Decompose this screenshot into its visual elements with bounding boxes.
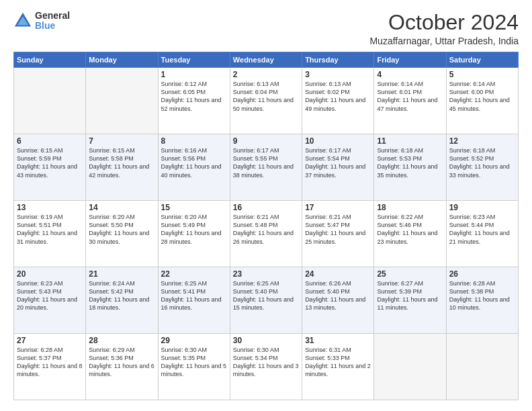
day-number: 31 — [305, 336, 371, 345]
cell-info: Sunrise: 6:13 AM Sunset: 6:02 PM Dayligh… — [305, 80, 371, 113]
cell-info: Sunrise: 6:19 AM Sunset: 5:51 PM Dayligh… — [17, 213, 83, 246]
table-row: 19Sunrise: 6:23 AM Sunset: 5:44 PM Dayli… — [446, 201, 518, 267]
table-row: 1Sunrise: 6:12 AM Sunset: 6:05 PM Daylig… — [158, 68, 230, 134]
calendar-week-row: 20Sunrise: 6:23 AM Sunset: 5:43 PM Dayli… — [14, 267, 519, 334]
table-row: 31Sunrise: 6:31 AM Sunset: 5:33 PM Dayli… — [302, 334, 374, 400]
day-number: 27 — [17, 336, 83, 345]
day-number: 8 — [161, 136, 227, 146]
header-tuesday: Tuesday — [158, 52, 230, 68]
cell-info: Sunrise: 6:18 AM Sunset: 5:52 PM Dayligh… — [449, 146, 515, 179]
calendar-table: Sunday Monday Tuesday Wednesday Thursday… — [13, 52, 519, 400]
calendar-week-row: 27Sunrise: 6:28 AM Sunset: 5:37 PM Dayli… — [14, 334, 519, 400]
day-number: 4 — [377, 70, 443, 79]
cell-info: Sunrise: 6:30 AM Sunset: 5:34 PM Dayligh… — [233, 346, 299, 379]
day-number: 13 — [17, 203, 83, 212]
cell-info: Sunrise: 6:15 AM Sunset: 5:59 PM Dayligh… — [17, 146, 83, 179]
cell-info: Sunrise: 6:14 AM Sunset: 6:01 PM Dayligh… — [377, 80, 443, 113]
table-row: 27Sunrise: 6:28 AM Sunset: 5:37 PM Dayli… — [14, 334, 86, 400]
cell-info: Sunrise: 6:18 AM Sunset: 5:53 PM Dayligh… — [377, 146, 443, 179]
header-friday: Friday — [374, 52, 446, 68]
cell-info: Sunrise: 6:22 AM Sunset: 5:46 PM Dayligh… — [377, 213, 443, 246]
logo-blue: Blue — [35, 21, 70, 31]
location: Muzaffarnagar, Uttar Pradesh, India — [369, 36, 519, 46]
table-row: 5Sunrise: 6:14 AM Sunset: 6:00 PM Daylig… — [446, 68, 518, 134]
table-row: 30Sunrise: 6:30 AM Sunset: 5:34 PM Dayli… — [230, 334, 302, 400]
table-row: 25Sunrise: 6:27 AM Sunset: 5:39 PM Dayli… — [374, 267, 446, 334]
cell-info: Sunrise: 6:30 AM Sunset: 5:35 PM Dayligh… — [161, 346, 227, 379]
table-row: 28Sunrise: 6:29 AM Sunset: 5:36 PM Dayli… — [86, 334, 158, 400]
calendar-week-row: 1Sunrise: 6:12 AM Sunset: 6:05 PM Daylig… — [14, 68, 519, 134]
logo-text: General Blue — [35, 11, 70, 32]
cell-info: Sunrise: 6:28 AM Sunset: 5:37 PM Dayligh… — [17, 346, 83, 379]
table-row: 18Sunrise: 6:22 AM Sunset: 5:46 PM Dayli… — [374, 201, 446, 267]
cell-info: Sunrise: 6:16 AM Sunset: 5:56 PM Dayligh… — [161, 146, 227, 179]
day-number: 12 — [449, 136, 515, 146]
header-monday: Monday — [86, 52, 158, 68]
cell-info: Sunrise: 6:23 AM Sunset: 5:43 PM Dayligh… — [17, 279, 83, 312]
table-row: 20Sunrise: 6:23 AM Sunset: 5:43 PM Dayli… — [14, 267, 86, 334]
table-row: 23Sunrise: 6:25 AM Sunset: 5:40 PM Dayli… — [230, 267, 302, 334]
cell-info: Sunrise: 6:17 AM Sunset: 5:55 PM Dayligh… — [233, 146, 299, 179]
table-row: 17Sunrise: 6:21 AM Sunset: 5:47 PM Dayli… — [302, 201, 374, 267]
day-number: 1 — [161, 70, 227, 79]
day-number: 29 — [161, 336, 227, 345]
day-number: 3 — [305, 70, 371, 79]
table-row: 16Sunrise: 6:21 AM Sunset: 5:48 PM Dayli… — [230, 201, 302, 267]
cell-info: Sunrise: 6:29 AM Sunset: 5:36 PM Dayligh… — [89, 346, 154, 379]
cell-info: Sunrise: 6:12 AM Sunset: 6:05 PM Dayligh… — [161, 80, 227, 113]
cell-info: Sunrise: 6:31 AM Sunset: 5:33 PM Dayligh… — [305, 346, 371, 379]
table-row: 8Sunrise: 6:16 AM Sunset: 5:56 PM Daylig… — [158, 134, 230, 201]
month-title: October 2024 — [369, 11, 519, 34]
table-row: 3Sunrise: 6:13 AM Sunset: 6:02 PM Daylig… — [302, 68, 374, 134]
cell-info: Sunrise: 6:15 AM Sunset: 5:58 PM Dayligh… — [89, 146, 154, 179]
day-number: 25 — [377, 269, 443, 279]
table-row: 4Sunrise: 6:14 AM Sunset: 6:01 PM Daylig… — [374, 68, 446, 134]
day-number: 9 — [233, 136, 299, 146]
day-number: 5 — [449, 70, 515, 79]
cell-info: Sunrise: 6:14 AM Sunset: 6:00 PM Dayligh… — [449, 80, 515, 113]
cell-info: Sunrise: 6:25 AM Sunset: 5:41 PM Dayligh… — [161, 279, 227, 312]
table-row: 2Sunrise: 6:13 AM Sunset: 6:04 PM Daylig… — [230, 68, 302, 134]
day-number: 11 — [377, 136, 443, 146]
table-row: 29Sunrise: 6:30 AM Sunset: 5:35 PM Dayli… — [158, 334, 230, 400]
table-row: 22Sunrise: 6:25 AM Sunset: 5:41 PM Dayli… — [158, 267, 230, 334]
header-wednesday: Wednesday — [230, 52, 302, 68]
table-row: 7Sunrise: 6:15 AM Sunset: 5:58 PM Daylig… — [86, 134, 158, 201]
day-number: 18 — [377, 203, 443, 212]
cell-info: Sunrise: 6:28 AM Sunset: 5:38 PM Dayligh… — [449, 279, 515, 312]
day-number: 15 — [161, 203, 227, 212]
day-number: 22 — [161, 269, 227, 279]
day-number: 28 — [89, 336, 154, 345]
table-row: 13Sunrise: 6:19 AM Sunset: 5:51 PM Dayli… — [14, 201, 86, 267]
day-number: 24 — [305, 269, 371, 279]
logo-general: General — [35, 11, 70, 21]
logo: General Blue — [13, 11, 70, 32]
day-number: 17 — [305, 203, 371, 212]
table-row: 15Sunrise: 6:20 AM Sunset: 5:49 PM Dayli… — [158, 201, 230, 267]
table-row: 10Sunrise: 6:17 AM Sunset: 5:54 PM Dayli… — [302, 134, 374, 201]
day-number: 30 — [233, 336, 299, 345]
page: General Blue October 2024 Muzaffarnagar,… — [0, 0, 532, 411]
table-row: 21Sunrise: 6:24 AM Sunset: 5:42 PM Dayli… — [86, 267, 158, 334]
table-row: 11Sunrise: 6:18 AM Sunset: 5:53 PM Dayli… — [374, 134, 446, 201]
day-number: 20 — [17, 269, 83, 279]
day-number: 2 — [233, 70, 299, 79]
cell-info: Sunrise: 6:26 AM Sunset: 5:40 PM Dayligh… — [305, 279, 371, 312]
table-row — [446, 334, 518, 400]
calendar-week-row: 6Sunrise: 6:15 AM Sunset: 5:59 PM Daylig… — [14, 134, 519, 201]
header: General Blue October 2024 Muzaffarnagar,… — [13, 11, 519, 46]
day-number: 26 — [449, 269, 515, 279]
day-number: 23 — [233, 269, 299, 279]
table-row — [86, 68, 158, 134]
calendar-header-row: Sunday Monday Tuesday Wednesday Thursday… — [14, 52, 519, 68]
day-number: 19 — [449, 203, 515, 212]
cell-info: Sunrise: 6:24 AM Sunset: 5:42 PM Dayligh… — [89, 279, 154, 312]
table-row — [14, 68, 86, 134]
table-row: 14Sunrise: 6:20 AM Sunset: 5:50 PM Dayli… — [86, 201, 158, 267]
table-row: 12Sunrise: 6:18 AM Sunset: 5:52 PM Dayli… — [446, 134, 518, 201]
logo-icon — [13, 11, 32, 30]
table-row: 24Sunrise: 6:26 AM Sunset: 5:40 PM Dayli… — [302, 267, 374, 334]
cell-info: Sunrise: 6:20 AM Sunset: 5:49 PM Dayligh… — [161, 213, 227, 246]
cell-info: Sunrise: 6:21 AM Sunset: 5:48 PM Dayligh… — [233, 213, 299, 246]
cell-info: Sunrise: 6:21 AM Sunset: 5:47 PM Dayligh… — [305, 213, 371, 246]
